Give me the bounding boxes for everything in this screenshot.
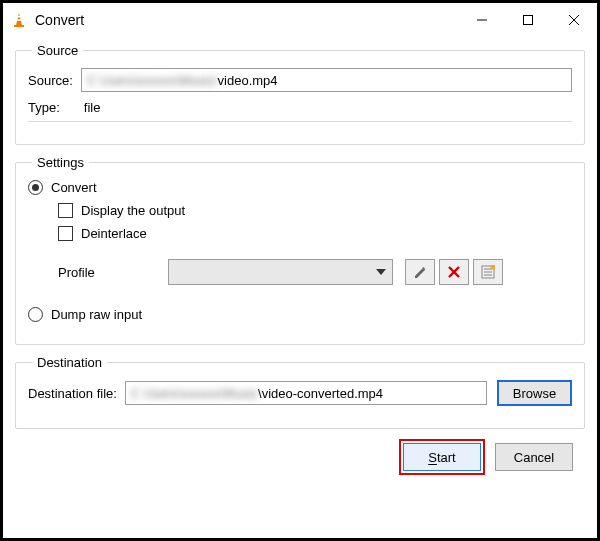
dialog-footer: Start Cancel: [15, 439, 585, 471]
source-group: Source Source: C Users\xxxxxx\Music\ vid…: [15, 43, 585, 145]
destination-legend: Destination: [32, 355, 107, 370]
type-value: file: [84, 100, 101, 115]
chevron-down-icon: [376, 269, 386, 275]
display-output-label: Display the output: [81, 203, 185, 218]
window-title: Convert: [35, 12, 459, 28]
svg-rect-3: [14, 25, 24, 27]
edit-profile-button[interactable]: [405, 259, 435, 285]
new-profile-button[interactable]: [473, 259, 503, 285]
destination-label: Destination file:: [28, 386, 117, 401]
svg-marker-0: [16, 13, 22, 25]
deinterlace-label: Deinterlace: [81, 226, 147, 241]
settings-group: Settings Convert Display the output Dein…: [15, 155, 585, 345]
display-output-checkbox[interactable]: [58, 203, 73, 218]
source-label: Source:: [28, 73, 73, 88]
start-button[interactable]: Start: [403, 443, 481, 471]
type-label: Type:: [28, 100, 60, 115]
display-output-row[interactable]: Display the output: [58, 203, 572, 218]
browse-label: Browse: [513, 386, 556, 401]
maximize-button[interactable]: [505, 3, 551, 37]
svg-rect-1: [17, 16, 21, 17]
close-button[interactable]: [551, 3, 597, 37]
vlc-cone-icon: [11, 12, 27, 28]
deinterlace-row[interactable]: Deinterlace: [58, 226, 572, 241]
profile-label: Profile: [58, 265, 168, 280]
destination-input[interactable]: C Users\xxxxxx\Music \video-converted.mp…: [125, 381, 487, 405]
new-list-icon: [481, 265, 495, 279]
convert-radio[interactable]: [28, 180, 43, 195]
minimize-button[interactable]: [459, 3, 505, 37]
delete-profile-button[interactable]: [439, 259, 469, 285]
start-label: Start: [428, 450, 455, 465]
source-path-obscured: C Users\xxxxxx\Music\: [87, 73, 218, 88]
destination-path-visible: \video-converted.mp4: [258, 386, 383, 401]
titlebar: Convert: [3, 3, 597, 37]
destination-group: Destination Destination file: C Users\xx…: [15, 355, 585, 429]
profile-combobox[interactable]: [168, 259, 393, 285]
svg-rect-2: [16, 19, 22, 21]
convert-radio-row[interactable]: Convert: [28, 180, 572, 195]
wrench-icon: [413, 265, 427, 279]
source-path-visible: video.mp4: [218, 73, 278, 88]
deinterlace-checkbox[interactable]: [58, 226, 73, 241]
source-input[interactable]: C Users\xxxxxx\Music\ video.mp4: [81, 68, 572, 92]
window-controls: [459, 3, 597, 37]
settings-legend: Settings: [32, 155, 89, 170]
browse-button[interactable]: Browse: [497, 380, 572, 406]
dump-radio-row[interactable]: Dump raw input: [28, 307, 572, 322]
source-legend: Source: [32, 43, 83, 58]
convert-label: Convert: [51, 180, 97, 195]
cancel-label: Cancel: [514, 450, 554, 465]
x-icon: [448, 266, 460, 278]
svg-rect-5: [524, 16, 533, 25]
dump-label: Dump raw input: [51, 307, 142, 322]
dump-radio[interactable]: [28, 307, 43, 322]
cancel-button[interactable]: Cancel: [495, 443, 573, 471]
destination-path-obscured: C Users\xxxxxx\Music: [131, 386, 258, 401]
dialog-content: Source Source: C Users\xxxxxx\Music\ vid…: [3, 37, 597, 481]
